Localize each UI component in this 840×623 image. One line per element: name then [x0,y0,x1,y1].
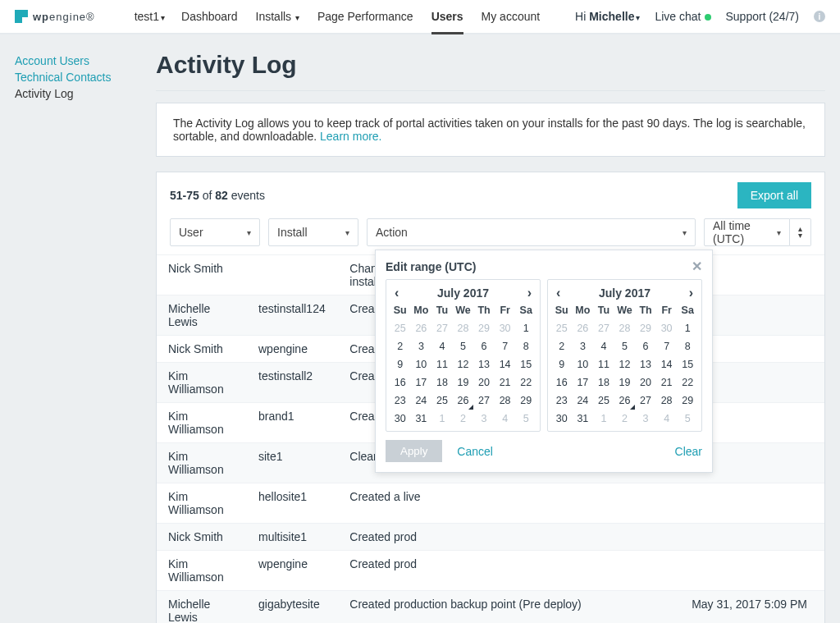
calendar-day[interactable]: 1 [515,319,536,337]
filter-action[interactable]: Action▾ [367,218,696,246]
account-switcher[interactable]: test1▾ [135,2,165,31]
calendar-day[interactable]: 15 [677,355,698,373]
calendar-day[interactable]: 19 [614,373,636,392]
calendar-day[interactable]: 10 [411,355,432,373]
nav-item-my-account[interactable]: My account [482,2,541,31]
live-chat-link[interactable]: Live chat [655,10,710,23]
calendar-day[interactable]: 27 [635,392,656,410]
calendar-day[interactable]: 17 [573,373,594,392]
calendar-day[interactable]: 15 [515,355,536,373]
prev-month-icon[interactable]: ‹ [395,286,399,300]
filter-sort-toggle[interactable]: ▴▾ [790,218,811,246]
divider [156,90,825,91]
calendar-day[interactable]: 6 [635,337,656,355]
calendar-day[interactable]: 6 [473,337,495,355]
chevron-down-icon: ▾ [247,228,251,237]
nav-item-installs[interactable]: Installs ▾ [256,2,299,31]
calendar-day[interactable]: 16 [390,373,411,392]
next-month-icon[interactable]: › [527,286,532,300]
calendar-day[interactable]: 9 [390,355,411,373]
calendar-day[interactable]: 2 [390,337,411,355]
calendar-day: 26 [411,319,432,337]
calendar-day[interactable]: 21 [656,373,678,392]
calendar-day[interactable]: 4 [431,337,453,355]
calendar-day[interactable]: 13 [473,355,495,373]
calendar-day[interactable]: 1 [677,319,698,337]
calendar-day[interactable]: 3 [411,337,432,355]
calendar-day[interactable]: 18 [593,373,614,392]
calendar-day[interactable]: 31 [573,410,594,428]
calendar-day[interactable]: 14 [656,355,678,373]
calendar-day[interactable]: 17 [411,373,432,392]
learn-more-link[interactable]: Learn more. [320,130,381,143]
filter-time-range[interactable]: All time (UTC)▾ [704,218,790,246]
calendar-day[interactable]: 24 [573,392,594,410]
nav-item-users[interactable]: Users [431,2,463,31]
calendar-day[interactable]: 10 [573,355,594,373]
calendar-day[interactable]: 16 [551,373,573,392]
dow-label: Sa [677,301,698,319]
calendar-day[interactable]: 19 [453,373,474,392]
calendar-day: 5 [515,410,536,428]
calendar-day[interactable]: 13 [635,355,656,373]
next-month-icon[interactable]: › [689,286,693,300]
calendar-day[interactable]: 31 [411,410,432,428]
calendar-day[interactable]: 8 [677,337,698,355]
calendar-day[interactable]: 25 [431,392,453,410]
calendar-day[interactable]: 26 [614,392,636,410]
calendar-day[interactable]: 14 [495,355,516,373]
export-all-button[interactable]: Export all [737,182,811,208]
dow-label: We [453,301,474,319]
info-icon[interactable]: i [814,11,825,22]
calendar-day[interactable]: 7 [495,337,516,355]
cell-user: Kim Williamson [157,551,247,591]
calendar-day: 26 [573,319,594,337]
filter-user[interactable]: User▾ [170,218,260,246]
calendar-day[interactable]: 18 [431,373,453,392]
brand-logo[interactable]: wpengine® [15,10,95,23]
sidebar-item-activity-log[interactable]: Activity Log [15,85,138,102]
calendar-day[interactable]: 26 [453,392,474,410]
calendar-day[interactable]: 23 [390,392,411,410]
nav-item-page-performance[interactable]: Page Performance [317,2,413,31]
calendar-day[interactable]: 23 [551,392,573,410]
cancel-button[interactable]: Cancel [457,445,493,458]
calendar-day[interactable]: 8 [515,337,536,355]
calendar-day[interactable]: 3 [573,337,594,355]
apply-button[interactable]: Apply [386,440,442,462]
calendar-day[interactable]: 7 [656,337,678,355]
calendar-day[interactable]: 22 [515,373,536,392]
calendar-day[interactable]: 12 [614,355,636,373]
calendar-day[interactable]: 11 [593,355,614,373]
greeting[interactable]: Hi Michelle▾ [575,10,640,23]
calendar-day[interactable]: 20 [635,373,656,392]
calendar-day[interactable]: 29 [515,392,536,410]
calendar-day[interactable]: 28 [656,392,678,410]
nav-item-dashboard[interactable]: Dashboard [181,2,238,31]
calendar-day[interactable]: 22 [677,373,698,392]
calendar-day[interactable]: 9 [551,355,573,373]
calendar-day[interactable]: 5 [453,337,474,355]
calendar-day[interactable]: 11 [431,355,453,373]
filter-install[interactable]: Install▾ [268,218,358,246]
calendar-day[interactable]: 25 [593,392,614,410]
calendar-day[interactable]: 12 [453,355,474,373]
calendar-day[interactable]: 27 [473,392,495,410]
calendar-day[interactable]: 24 [411,392,432,410]
calendar-day[interactable]: 4 [593,337,614,355]
sidebar-item-account-users[interactable]: Account Users [15,53,138,69]
calendar-day[interactable]: 30 [390,410,411,428]
prev-month-icon[interactable]: ‹ [556,286,560,300]
calendar-day[interactable]: 20 [473,373,495,392]
calendar-day[interactable]: 21 [495,373,516,392]
support-link[interactable]: Support (24/7) [726,10,800,23]
calendar-day[interactable]: 5 [614,337,636,355]
close-icon[interactable]: ✕ [692,259,702,274]
calendar-day[interactable]: 30 [551,410,573,428]
clear-button[interactable]: Clear [675,445,702,458]
info-callout: The Activity Log allows you to keep trac… [156,103,825,157]
calendar-day[interactable]: 2 [551,337,573,355]
sidebar-item-technical-contacts[interactable]: Technical Contacts [15,69,138,85]
calendar-day[interactable]: 29 [677,392,698,410]
calendar-day[interactable]: 28 [495,392,516,410]
